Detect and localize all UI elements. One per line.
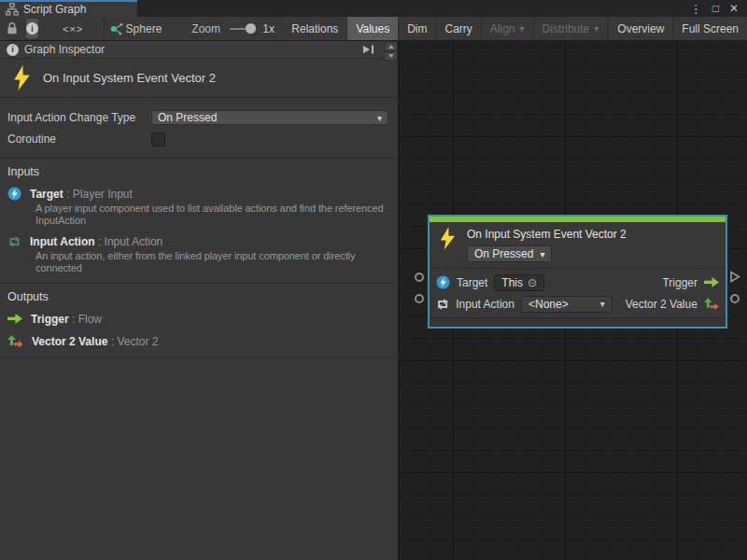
zoom-slider[interactable] [230, 17, 256, 40]
input-port-target[interactable] [415, 273, 424, 282]
event-bolt-icon [439, 227, 457, 250]
unit-title-block: On Input System Event Vector 2 [0, 59, 398, 97]
node-on-input-system-event-vector2[interactable]: On Input System Event Vector 2 On Presse… [428, 215, 727, 329]
values-button[interactable]: Values [346, 17, 398, 40]
player-input-icon [7, 187, 21, 201]
vector2-icon [7, 335, 23, 348]
chevron-down-icon: ▾ [377, 113, 382, 123]
script-graph-icon [6, 3, 19, 16]
zoom-value: 1x [262, 17, 275, 40]
chevron-down-icon: ▾ [520, 23, 525, 34]
node-footer [430, 317, 726, 327]
graph-pointer-icon [109, 17, 124, 40]
align-button[interactable]: Align▾ [481, 17, 533, 40]
outputs-heading: Outputs [7, 290, 388, 303]
dim-button[interactable]: Dim [398, 17, 435, 40]
flow-arrow-icon [7, 314, 22, 324]
port-description: A player input component used to list av… [35, 203, 402, 226]
outputs-section: Outputs Trigger : Flow [0, 284, 398, 357]
overview-button[interactable]: Overview [608, 17, 672, 40]
player-input-icon [436, 275, 450, 289]
window-controls: ⋮ □ ✕ [690, 0, 747, 17]
code-icon: <×> [63, 23, 83, 35]
port-description: An input action, either from the linked … [35, 250, 402, 273]
dock-panel-button[interactable] [359, 44, 378, 55]
dock-icon [362, 44, 375, 55]
event-bolt-icon [12, 65, 32, 91]
node-row-input-action: Input Action <None> ▾ Vector 2 Value [436, 293, 719, 315]
tab-script-graph[interactable]: Script Graph [0, 0, 137, 17]
chevron-down-icon: ▾ [594, 23, 599, 34]
inputs-section: Inputs Target : Player Input A player in… [0, 159, 398, 283]
change-type-dropdown[interactable]: On Pressed ▾ [151, 110, 388, 125]
lock-icon [7, 21, 18, 35]
distribute-button[interactable]: Distribute▾ [533, 17, 608, 40]
vector2-port-label: Vector 2 Value [626, 298, 698, 311]
window-menu-icon[interactable]: ⋮ [690, 3, 702, 15]
port-doc-vector2-value: Vector 2 Value : Vector 2 [7, 334, 388, 348]
output-port-trigger[interactable] [729, 271, 740, 283]
chevron-down-icon: ▾ [540, 249, 544, 259]
coroutine-label: Coroutine [7, 133, 151, 146]
flow-arrow-icon [704, 277, 719, 287]
port-triangle-icon [729, 271, 740, 283]
info-icon: i [7, 44, 19, 56]
port-doc-target: Target : Player Input A player input com… [7, 187, 388, 226]
object-picker-icon: ⊙ [528, 277, 537, 288]
unit-title: On Input System Event Vector 2 [43, 71, 216, 85]
target-port-label: Target [457, 276, 487, 289]
relations-button[interactable]: Relations [282, 17, 346, 40]
input-action-icon [7, 235, 21, 248]
window-close-icon[interactable]: ✕ [729, 3, 739, 14]
input-action-port-label: Input Action [456, 298, 514, 311]
port-doc-trigger: Trigger : Flow [7, 312, 388, 326]
graph-canvas[interactable]: On Input System Event Vector 2 On Presse… [400, 41, 747, 560]
change-type-label: Input Action Change Type [7, 111, 151, 124]
graph-inspector-panel: i Graph Inspector On Inpu [0, 41, 400, 560]
arrow-up-icon [388, 45, 394, 49]
arrow-down-icon [388, 54, 394, 58]
graph-inspector-header: i Graph Inspector [0, 41, 398, 59]
tab-bar: Script Graph ⋮ □ ✕ [0, 0, 747, 17]
vector2-icon [704, 298, 719, 311]
info-icon: i [26, 22, 38, 35]
inspector-scrollbar [384, 42, 398, 61]
node-body: Target This ⊙ Trigger [430, 268, 726, 317]
trigger-port-label: Trigger [662, 276, 698, 289]
graph-inspector-title: Graph Inspector [24, 43, 105, 56]
variables-button[interactable]: <×> [63, 17, 83, 40]
node-mode-dropdown[interactable]: On Pressed ▾ [467, 245, 552, 262]
graph-toolbar: i <×> Sphere Zoom 1x Relations Values Di… [0, 17, 747, 41]
inputs-heading: Inputs [7, 165, 388, 178]
node-row-target: Target This ⊙ Trigger [436, 272, 719, 293]
chevron-down-icon: ▾ [600, 299, 605, 309]
unit-settings: Input Action Change Type On Pressed ▾ Co… [0, 98, 398, 158]
port-circle-icon [730, 294, 740, 303]
node-header: On Input System Event Vector 2 On Presse… [430, 222, 726, 268]
tab-bar-empty [137, 0, 690, 17]
port-circle-icon [415, 273, 424, 282]
inspector-toggle-button[interactable]: i [26, 19, 38, 38]
coroutine-checkbox[interactable] [151, 133, 165, 147]
lock-button[interactable] [7, 17, 18, 40]
target-this-button[interactable]: This ⊙ [494, 274, 544, 291]
inspector-empty-area [0, 358, 398, 560]
input-action-dropdown[interactable]: <None> ▾ [521, 296, 613, 313]
scroll-up-button[interactable] [384, 42, 398, 51]
full-screen-button[interactable]: Full Screen [672, 17, 747, 40]
output-port-vector2-value[interactable] [730, 294, 740, 303]
zoom-label: Zoom [191, 17, 220, 40]
graph-name-label: Sphere [124, 17, 162, 40]
script-graph-window: Script Graph ⋮ □ ✕ i <×> [0, 0, 747, 560]
input-port-input-action[interactable] [415, 294, 424, 303]
carry-button[interactable]: Carry [436, 17, 481, 40]
port-circle-icon [415, 294, 424, 303]
tab-label: Script Graph [23, 3, 86, 16]
zoom-slider-handle[interactable] [246, 23, 256, 34]
input-action-icon [436, 298, 449, 311]
node-title: On Input System Event Vector 2 [467, 228, 627, 241]
port-doc-input-action: Input Action : Input Action An input act… [7, 234, 388, 273]
window-maximize-icon[interactable]: □ [712, 3, 719, 14]
